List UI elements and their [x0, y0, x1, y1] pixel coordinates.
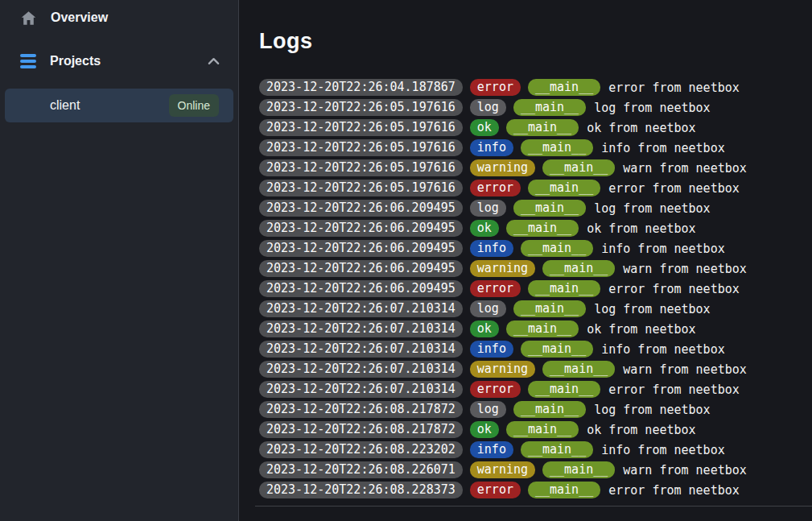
log-row: 2023-12-20T22:26:05.197616 warning __mai…	[259, 158, 812, 178]
log-module-badge: __main__	[506, 119, 579, 136]
log-module-badge: __main__	[506, 421, 579, 438]
log-timestamp: 2023-12-20T22:26:06.209495	[259, 280, 463, 297]
log-module-badge: __main__	[506, 320, 579, 337]
log-message: error from neetbox	[608, 81, 740, 95]
log-row: 2023-12-20T22:26:06.209495 error __main_…	[259, 279, 812, 299]
log-message: info from neetbox	[601, 342, 725, 357]
log-row: 2023-12-20T22:26:06.209495 warning __mai…	[259, 258, 812, 279]
log-module-badge: __main__	[542, 361, 615, 378]
sidebar-item-projects[interactable]: Projects	[0, 43, 238, 79]
log-message: error from neetbox	[608, 382, 740, 397]
log-level-badge: warning	[470, 260, 535, 277]
log-timestamp: 2023-12-20T22:26:07.210314	[259, 361, 463, 378]
log-level-badge: log	[470, 99, 506, 116]
log-message: log from neetbox	[594, 403, 711, 417]
log-timestamp: 2023-12-20T22:26:04.187867	[259, 79, 463, 96]
log-module-badge: __main__	[513, 200, 586, 217]
log-level-badge: error	[470, 180, 521, 196]
log-level-badge: ok	[470, 421, 499, 438]
page-title: Logs	[259, 27, 812, 55]
log-message: ok from neetbox	[587, 322, 695, 337]
log-message: info from neetbox	[601, 141, 725, 155]
log-message: ok from neetbox	[587, 423, 695, 437]
divider	[255, 506, 812, 507]
log-timestamp: 2023-12-20T22:26:06.209495	[259, 220, 463, 237]
log-timestamp: 2023-12-20T22:26:07.210314	[259, 381, 463, 398]
log-level-badge: info	[470, 139, 513, 156]
sidebar: Overview Projects client Online	[0, 0, 239, 521]
log-list: 2023-12-20T22:26:04.187867 error __main_…	[259, 77, 812, 500]
log-level-badge: error	[470, 280, 521, 297]
log-module-badge: __main__	[542, 461, 615, 478]
log-message: error from neetbox	[608, 483, 740, 498]
log-row: 2023-12-20T22:26:07.210314 info __main__…	[259, 339, 812, 359]
log-timestamp: 2023-12-20T22:26:08.217872	[259, 421, 463, 438]
log-level-badge: warning	[470, 361, 535, 378]
log-module-badge: __main__	[513, 99, 586, 116]
home-icon	[20, 10, 37, 27]
log-row: 2023-12-20T22:26:08.217872 ok __main__ o…	[259, 420, 812, 440]
log-module-badge: __main__	[528, 280, 600, 297]
log-row: 2023-12-20T22:26:06.209495 ok __main__ o…	[259, 218, 812, 238]
chevron-up-icon[interactable]	[207, 56, 221, 66]
log-message: warn from neetbox	[623, 262, 747, 276]
log-message: ok from neetbox	[587, 221, 695, 236]
log-level-badge: info	[470, 240, 513, 257]
log-level-badge: warning	[470, 159, 535, 176]
log-message: warn from neetbox	[623, 463, 747, 478]
project-name: client	[50, 98, 80, 113]
log-level-badge: log	[470, 200, 506, 217]
log-message: ok from neetbox	[587, 121, 695, 135]
log-timestamp: 2023-12-20T22:26:07.210314	[259, 341, 463, 358]
log-row: 2023-12-20T22:26:07.210314 error __main_…	[259, 379, 812, 399]
log-row: 2023-12-20T22:26:05.197616 log __main__ …	[259, 97, 812, 118]
status-badge: Online	[169, 94, 219, 117]
log-module-badge: __main__	[521, 240, 593, 257]
sidebar-item-overview[interactable]: Overview	[0, 0, 238, 35]
log-module-badge: __main__	[528, 381, 600, 398]
log-row: 2023-12-20T22:26:04.187867 error __main_…	[259, 77, 812, 97]
log-level-badge: log	[470, 401, 506, 418]
log-module-badge: __main__	[521, 139, 593, 156]
log-message: warn from neetbox	[623, 362, 747, 377]
log-timestamp: 2023-12-20T22:26:08.228373	[259, 482, 463, 498]
log-level-badge: info	[470, 341, 513, 358]
log-message: log from neetbox	[594, 101, 711, 115]
log-timestamp: 2023-12-20T22:26:05.197616	[259, 180, 463, 196]
log-level-badge: ok	[470, 220, 499, 237]
log-level-badge: info	[470, 441, 513, 458]
log-timestamp: 2023-12-20T22:26:07.210314	[259, 320, 463, 337]
log-row: 2023-12-20T22:26:07.210314 log __main__ …	[259, 299, 812, 319]
log-message: info from neetbox	[601, 242, 725, 256]
log-level-badge: log	[470, 300, 506, 317]
sidebar-item-label: Overview	[51, 10, 108, 25]
log-timestamp: 2023-12-20T22:26:06.209495	[259, 260, 463, 277]
log-row: 2023-12-20T22:26:07.210314 warning __mai…	[259, 359, 812, 379]
log-timestamp: 2023-12-20T22:26:07.210314	[259, 300, 463, 317]
log-row: 2023-12-20T22:26:05.197616 error __main_…	[259, 178, 812, 198]
log-message: error from neetbox	[608, 282, 740, 296]
log-row: 2023-12-20T22:26:05.197616 info __main__…	[259, 138, 812, 158]
app-window: Overview Projects client Online Logs 202…	[0, 0, 812, 521]
log-level-badge: ok	[470, 320, 499, 337]
log-level-badge: error	[470, 79, 521, 96]
log-message: error from neetbox	[608, 181, 740, 196]
sidebar-item-client[interactable]: client Online	[5, 89, 233, 122]
log-module-badge: __main__	[528, 180, 600, 196]
log-level-badge: ok	[470, 119, 499, 136]
log-row: 2023-12-20T22:26:08.226071 warning __mai…	[259, 460, 812, 480]
log-module-badge: __main__	[506, 220, 579, 237]
log-module-badge: __main__	[542, 159, 615, 176]
log-message: log from neetbox	[594, 302, 711, 316]
sidebar-item-label: Projects	[50, 54, 101, 68]
log-level-badge: error	[470, 381, 521, 398]
log-row: 2023-12-20T22:26:08.228373 error __main_…	[259, 480, 812, 500]
log-timestamp: 2023-12-20T22:26:08.226071	[259, 461, 463, 478]
log-timestamp: 2023-12-20T22:26:08.217872	[259, 401, 463, 418]
log-message: info from neetbox	[601, 443, 725, 457]
log-timestamp: 2023-12-20T22:26:05.197616	[259, 139, 463, 156]
log-row: 2023-12-20T22:26:05.197616 ok __main__ o…	[259, 118, 812, 138]
log-row: 2023-12-20T22:26:06.209495 log __main__ …	[259, 198, 812, 218]
log-timestamp: 2023-12-20T22:26:06.209495	[259, 200, 463, 217]
log-module-badge: __main__	[513, 300, 586, 317]
